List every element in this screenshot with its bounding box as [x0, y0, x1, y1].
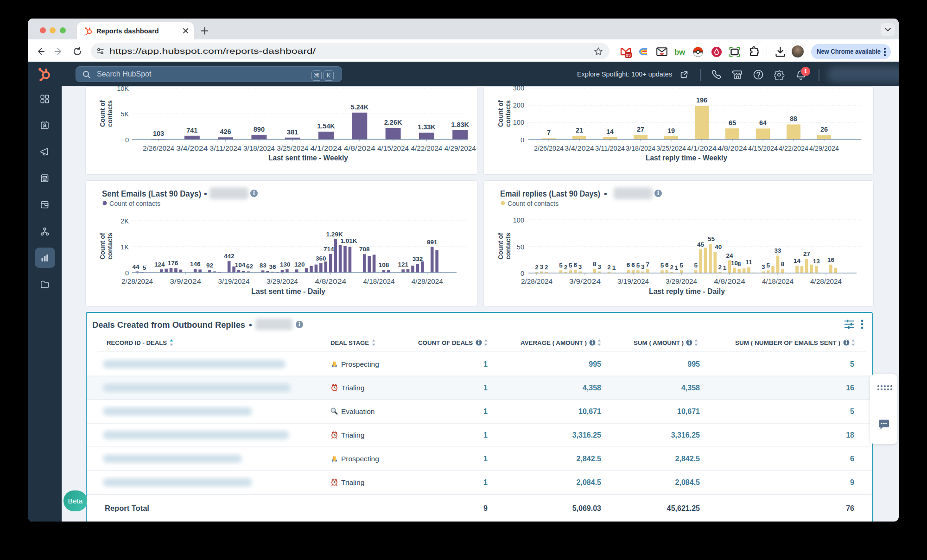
svg-text:1: 1 — [483, 360, 488, 368]
svg-text:426: 426 — [220, 128, 231, 135]
svg-text:5.24K: 5.24K — [350, 103, 368, 111]
svg-text:8: 8 — [593, 261, 597, 267]
svg-text:5: 5 — [694, 262, 698, 269]
svg-text:2: 2 — [718, 264, 722, 271]
svg-text:Count of: Count of — [99, 100, 106, 127]
svg-text:4/28/2024: 4/28/2024 — [412, 278, 443, 285]
svg-text:2/26/2024: 2/26/2024 — [143, 145, 174, 152]
svg-text:120: 120 — [294, 261, 305, 268]
svg-text:2/26/2024: 2/26/2024 — [534, 145, 564, 152]
svg-text:3/29/2024: 3/29/2024 — [267, 278, 298, 285]
svg-text:Prospecting: Prospecting — [341, 360, 379, 368]
svg-text:3/9/2024: 3/9/2024 — [569, 278, 601, 285]
svg-text:1: 1 — [483, 431, 488, 439]
svg-text:442: 442 — [224, 253, 235, 260]
svg-text:1.54K: 1.54K — [317, 122, 335, 130]
svg-text:2/28/2024: 2/28/2024 — [121, 278, 153, 285]
svg-text:3/4/2024: 3/4/2024 — [565, 145, 594, 152]
svg-text:5: 5 — [569, 262, 572, 269]
svg-text:3/29/2024: 3/29/2024 — [666, 278, 697, 285]
svg-text:New Chrome available: New Chrome available — [817, 48, 881, 55]
svg-text:104: 104 — [235, 261, 246, 268]
svg-text:6: 6 — [850, 455, 854, 463]
svg-text:16: 16 — [827, 256, 835, 263]
svg-text:3: 3 — [641, 263, 645, 270]
svg-text:13: 13 — [813, 258, 820, 265]
svg-text:SUM ( AMOUNT ): SUM ( AMOUNT ) — [634, 339, 684, 346]
svg-text:55: 55 — [708, 235, 715, 242]
svg-text:40: 40 — [715, 243, 722, 250]
svg-text:5: 5 — [850, 360, 854, 368]
svg-text:4/29/2024: 4/29/2024 — [444, 145, 476, 152]
svg-text:50: 50 — [517, 243, 524, 251]
svg-text:4/18/2024: 4/18/2024 — [363, 278, 395, 285]
svg-text:Deals Created from Outbound Re: Deals Created from Outbound Replies — [92, 320, 245, 330]
svg-text:Trialing: Trialing — [341, 478, 364, 486]
svg-text:4/28/2024: 4/28/2024 — [810, 278, 842, 285]
svg-text:3: 3 — [597, 263, 601, 270]
svg-text:11: 11 — [745, 259, 752, 266]
svg-text:Sent Emails (Last 90 Days): Sent Emails (Last 90 Days) — [102, 189, 201, 198]
svg-text:88: 88 — [790, 115, 797, 122]
svg-text:•: • — [204, 189, 207, 198]
svg-text:1.29K: 1.29K — [326, 231, 343, 238]
svg-text:714: 714 — [324, 246, 334, 253]
svg-text:1: 1 — [483, 384, 488, 392]
svg-text:7: 7 — [547, 129, 551, 136]
svg-text:Count of contacts: Count of contacts — [109, 200, 160, 207]
svg-text:3/19/2024: 3/19/2024 — [617, 278, 649, 285]
svg-text:Last reply time - Weekly: Last reply time - Weekly — [646, 154, 727, 162]
svg-text:Trialing: Trialing — [341, 384, 364, 392]
svg-text:16: 16 — [846, 384, 854, 392]
svg-text:7: 7 — [646, 261, 649, 268]
svg-text:1: 1 — [612, 264, 616, 271]
svg-text:10: 10 — [731, 260, 738, 267]
svg-text:45: 45 — [697, 241, 705, 248]
svg-text:8: 8 — [737, 261, 741, 267]
svg-text:5: 5 — [660, 262, 664, 269]
svg-text:contacts: contacts — [504, 100, 512, 127]
svg-text:23: 23 — [626, 52, 631, 57]
svg-text:9: 9 — [850, 478, 854, 486]
svg-text:4/1/2024: 4/1/2024 — [311, 145, 342, 152]
svg-text:45,621.25: 45,621.25 — [667, 504, 700, 512]
svg-text:2: 2 — [607, 264, 611, 271]
svg-text:21: 21 — [576, 127, 583, 134]
svg-text:Trialing: Trialing — [341, 431, 364, 439]
svg-text:300: 300 — [513, 86, 524, 92]
svg-text:18: 18 — [846, 431, 854, 439]
svg-text:741: 741 — [186, 127, 197, 134]
svg-text:2,084.5: 2,084.5 — [577, 478, 601, 486]
svg-text:44: 44 — [132, 263, 140, 270]
svg-text:100: 100 — [513, 216, 524, 224]
svg-text:Explore Spotlight: 100+ update: Explore Spotlight: 100+ updates — [577, 70, 672, 78]
svg-text:1: 1 — [723, 264, 727, 271]
svg-text:0: 0 — [125, 269, 129, 277]
svg-text:0: 0 — [125, 136, 129, 144]
svg-text:10,671: 10,671 — [578, 407, 601, 415]
svg-text:2,842.5: 2,842.5 — [577, 455, 601, 463]
svg-text:381: 381 — [287, 128, 298, 136]
svg-text:3/11/2024: 3/11/2024 — [210, 145, 241, 152]
svg-text:DEAL STAGE: DEAL STAGE — [330, 339, 369, 346]
svg-text:5K: 5K — [121, 110, 129, 118]
svg-text:2: 2 — [545, 264, 548, 271]
svg-text:26: 26 — [820, 126, 828, 133]
svg-text:SUM ( NUMBER OF EMAILS SENT ): SUM ( NUMBER OF EMAILS SENT ) — [735, 339, 840, 346]
svg-text:995: 995 — [589, 360, 601, 368]
svg-text:6: 6 — [573, 261, 577, 268]
svg-text:3/9/2024: 3/9/2024 — [170, 278, 201, 285]
svg-text:0: 0 — [521, 136, 524, 144]
svg-text:2: 2 — [670, 264, 673, 271]
svg-text:708: 708 — [359, 246, 370, 253]
svg-text:76: 76 — [846, 504, 854, 512]
svg-text:Last sent time - Daily: Last sent time - Daily — [251, 287, 325, 295]
svg-text:5: 5 — [636, 262, 640, 269]
svg-text:27: 27 — [803, 250, 810, 257]
svg-text:•: • — [604, 189, 607, 198]
svg-text:92: 92 — [206, 262, 213, 269]
svg-text:6: 6 — [627, 261, 630, 268]
svg-text:124: 124 — [154, 261, 165, 268]
svg-text:332: 332 — [413, 255, 423, 262]
svg-text:4,358: 4,358 — [681, 384, 700, 392]
